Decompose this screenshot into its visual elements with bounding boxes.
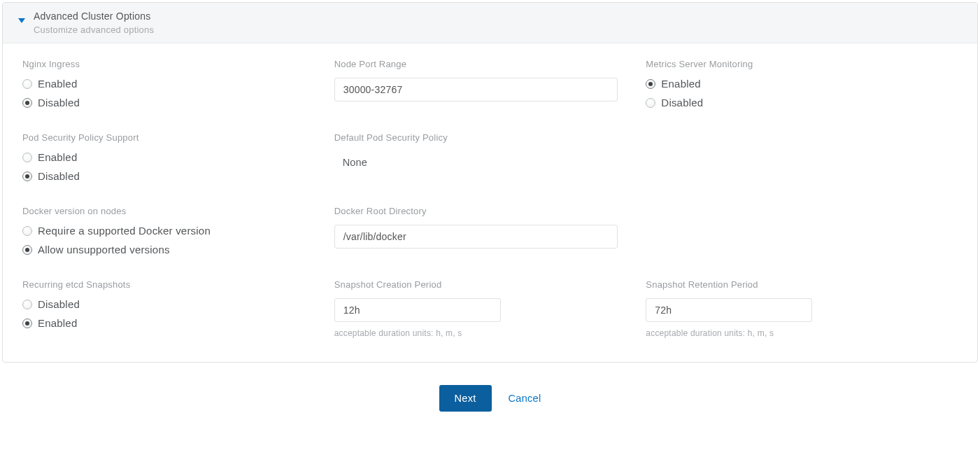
radio-icon (22, 153, 32, 162)
radio-group-etcd: Disabled Enabled (22, 298, 306, 329)
radio-label: Disabled (661, 97, 703, 108)
radio-icon (22, 318, 32, 328)
advanced-cluster-options-panel: Advanced Cluster Options Customize advan… (2, 2, 978, 363)
panel-header[interactable]: Advanced Cluster Options Customize advan… (3, 3, 977, 43)
radio-label: Require a supported Docker version (38, 225, 211, 237)
radio-label: Enabled (38, 317, 77, 329)
radio-nginx-enabled[interactable]: Enabled (22, 78, 306, 90)
radio-icon (646, 79, 655, 89)
field-snapshot-retention: Snapshot Retention Period acceptable dur… (646, 279, 958, 338)
field-docker-root: Docker Root Directory (334, 206, 646, 255)
radio-metrics-disabled[interactable]: Disabled (646, 97, 930, 108)
footer-actions: Next Cancel (0, 385, 980, 412)
radio-label: Enabled (661, 78, 700, 90)
radio-icon (22, 79, 32, 89)
label-snapshot-creation: Snapshot Creation Period (334, 279, 618, 290)
radio-group-metrics-server: Enabled Disabled (646, 78, 930, 108)
radio-etcd-enabled[interactable]: Enabled (22, 317, 306, 329)
radio-docker-require[interactable]: Require a supported Docker version (22, 225, 306, 237)
radio-icon (22, 300, 32, 309)
row-2: Pod Security Policy Support Enabled Disa… (22, 132, 958, 182)
radio-label: Enabled (38, 151, 77, 163)
node-port-range-input[interactable] (334, 78, 618, 102)
snapshot-retention-helper: acceptable duration units: h, m, s (646, 328, 930, 338)
field-default-psp: Default Pod Security Policy None (334, 132, 646, 182)
snapshot-creation-helper: acceptable duration units: h, m, s (334, 328, 618, 338)
radio-label: Disabled (38, 298, 80, 310)
panel-subtitle: Customize advanced options (34, 24, 966, 35)
label-nginx-ingress: Nginx Ingress (22, 59, 306, 69)
label-default-psp: Default Pod Security Policy (334, 132, 618, 143)
panel-title: Advanced Cluster Options (34, 10, 966, 22)
snapshot-retention-input[interactable] (646, 298, 812, 322)
label-docker-root: Docker Root Directory (334, 206, 618, 216)
radio-label: Disabled (38, 97, 80, 108)
label-psp-support: Pod Security Policy Support (22, 132, 306, 143)
field-etcd-snapshots: Recurring etcd Snapshots Disabled Enable… (22, 279, 334, 338)
field-metrics-server: Metrics Server Monitoring Enabled Disabl… (646, 59, 958, 108)
radio-etcd-disabled[interactable]: Disabled (22, 298, 306, 310)
radio-metrics-enabled[interactable]: Enabled (646, 78, 930, 90)
snapshot-creation-input[interactable] (334, 298, 501, 322)
radio-group-docker-version: Require a supported Docker version Allow… (22, 225, 306, 255)
radio-label: Disabled (38, 170, 80, 182)
docker-root-input[interactable] (334, 225, 618, 248)
field-docker-version: Docker version on nodes Require a suppor… (22, 206, 334, 255)
radio-group-psp: Enabled Disabled (22, 151, 306, 182)
radio-icon (22, 226, 32, 236)
panel-body: Nginx Ingress Enabled Disabled Node Port… (3, 43, 977, 362)
row-1: Nginx Ingress Enabled Disabled Node Port… (22, 59, 958, 108)
field-node-port-range: Node Port Range (334, 59, 646, 108)
cancel-button[interactable]: Cancel (509, 393, 541, 404)
label-metrics-server: Metrics Server Monitoring (646, 59, 930, 69)
radio-group-nginx-ingress: Enabled Disabled (22, 78, 306, 108)
radio-psp-enabled[interactable]: Enabled (22, 151, 306, 163)
label-etcd-snapshots: Recurring etcd Snapshots (22, 279, 306, 290)
radio-icon (22, 98, 32, 108)
empty-col (646, 206, 958, 255)
field-nginx-ingress: Nginx Ingress Enabled Disabled (22, 59, 334, 108)
row-4: Recurring etcd Snapshots Disabled Enable… (22, 279, 958, 338)
empty-col (646, 132, 958, 182)
label-snapshot-retention: Snapshot Retention Period (646, 279, 930, 290)
field-psp-support: Pod Security Policy Support Enabled Disa… (22, 132, 334, 182)
radio-docker-allow[interactable]: Allow unsupported versions (22, 244, 306, 255)
radio-label: Allow unsupported versions (38, 244, 170, 255)
default-psp-value: None (334, 151, 618, 174)
caret-down-icon (18, 18, 25, 23)
row-3: Docker version on nodes Require a suppor… (22, 206, 958, 255)
radio-icon (646, 98, 655, 108)
field-snapshot-creation: Snapshot Creation Period acceptable dura… (334, 279, 646, 338)
label-docker-version: Docker version on nodes (22, 206, 306, 216)
next-button[interactable]: Next (439, 385, 492, 412)
label-node-port-range: Node Port Range (334, 59, 618, 69)
radio-icon (22, 172, 32, 181)
radio-label: Enabled (38, 78, 77, 90)
radio-psp-disabled[interactable]: Disabled (22, 170, 306, 182)
radio-nginx-disabled[interactable]: Disabled (22, 97, 306, 108)
radio-icon (22, 245, 32, 255)
